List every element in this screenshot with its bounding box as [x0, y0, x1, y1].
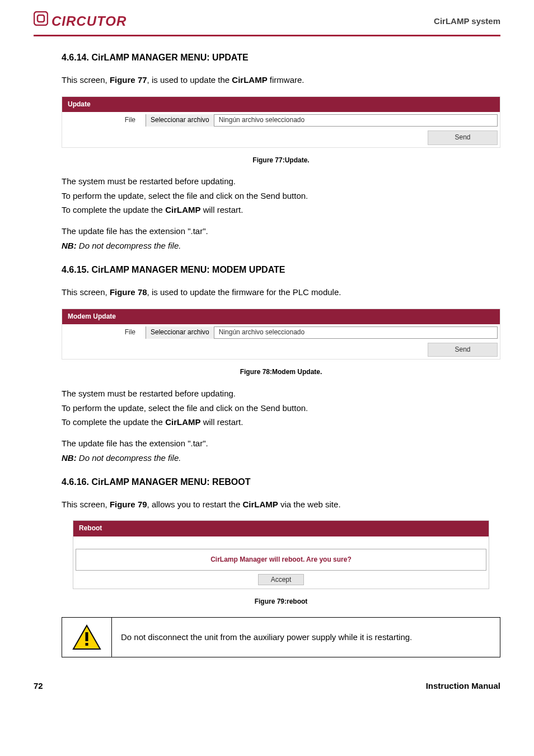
svg-rect-1	[38, 15, 44, 22]
body-text: The system must be restarted before upda…	[62, 175, 500, 188]
warning-box: Do not disconnect the unit from the auxi…	[62, 617, 500, 657]
panel-header-modem: Modem Update	[62, 309, 500, 324]
body-text: The update file has the extension ".tar"…	[62, 437, 500, 450]
nb-note: NB: Do not decompress the file.	[62, 240, 500, 252]
file-label: File	[64, 328, 146, 337]
page-content: 4.6.14. CirLAMP MANAGER MENU: UPDATE Thi…	[34, 51, 500, 657]
reboot-body: CirLamp Manager will reboot. Are you sur…	[73, 536, 489, 589]
choose-file-button[interactable]: Seleccionar archivo	[146, 114, 214, 126]
file-row: File Seleccionar archivo Ningún archivo …	[62, 324, 500, 341]
body-text: To complete the update the CirLAMP will …	[62, 204, 500, 216]
page-footer: 72 Instruction Manual	[34, 680, 500, 692]
figure-caption-78: Figure 78:Modem Update.	[62, 367, 500, 377]
file-picker[interactable]: Seleccionar archivo Ningún archivo selec…	[146, 326, 498, 339]
figure-caption-77: Figure 77:Update.	[62, 156, 500, 165]
page-header: CIRCUTOR CirLAMP system	[34, 11, 500, 36]
warning-icon	[62, 618, 112, 657]
file-status-text: Ningún archivo seleccionado	[214, 326, 309, 338]
body-text: The update file has the extension ".tar"…	[62, 225, 500, 237]
body-text: To complete the update the CirLAMP will …	[62, 416, 500, 428]
figure-caption-79: Figure 79:reboot	[62, 597, 500, 606]
reboot-panel: Reboot CirLamp Manager will reboot. Are …	[73, 520, 489, 589]
nb-note: NB: Do not decompress the file.	[62, 452, 500, 464]
file-picker[interactable]: Seleccionar archivo Ningún archivo selec…	[146, 114, 498, 127]
section-title-modem-update: 4.6.15. CirLAMP MANAGER MENU: MODEM UPDA…	[62, 263, 500, 276]
svg-rect-0	[34, 12, 48, 25]
system-name: CirLAMP system	[434, 15, 500, 27]
send-row: Send	[62, 341, 500, 359]
intro-text: This screen, Figure 77, is used to updat…	[62, 74, 500, 86]
file-status-text: Ningún archivo seleccionado	[214, 114, 309, 126]
send-button[interactable]: Send	[428, 130, 498, 144]
panel-header-reboot: Reboot	[73, 521, 489, 536]
brand-text: CIRCUTOR	[51, 12, 127, 31]
section-title-reboot: 4.6.16. CirLAMP MANAGER MENU: REBOOT	[62, 475, 500, 488]
brand-icon	[34, 11, 48, 31]
brand-logo: CIRCUTOR	[34, 11, 127, 31]
send-button[interactable]: Send	[428, 343, 498, 357]
send-row: Send	[62, 129, 500, 147]
panel-header-update: Update	[62, 97, 500, 112]
accept-button[interactable]: Accept	[258, 574, 305, 585]
body-text: The system must be restarted before upda…	[62, 388, 500, 400]
section-title-update: 4.6.14. CirLAMP MANAGER MENU: UPDATE	[62, 51, 500, 64]
update-panel: Update File Seleccionar archivo Ningún a…	[62, 96, 500, 148]
intro-text: This screen, Figure 79, allows you to re…	[62, 498, 500, 511]
modem-update-panel: Modem Update File Seleccionar archivo Ni…	[62, 309, 500, 360]
reboot-confirm-text: CirLamp Manager will reboot. Are you sur…	[76, 549, 486, 571]
body-text: To perform the update, select the file a…	[62, 190, 500, 202]
svg-rect-4	[86, 643, 88, 646]
page-number: 72	[34, 680, 43, 692]
body-text: To perform the update, select the file a…	[62, 402, 500, 414]
file-label: File	[64, 115, 146, 125]
choose-file-button[interactable]: Seleccionar archivo	[146, 326, 214, 338]
accept-row: Accept	[73, 571, 489, 589]
file-row: File Seleccionar archivo Ningún archivo …	[62, 112, 500, 129]
svg-rect-3	[86, 632, 88, 641]
warning-text: Do not disconnect the unit from the auxi…	[112, 624, 421, 650]
intro-text: This screen, Figure 78, is used to updat…	[62, 286, 500, 298]
manual-label: Instruction Manual	[426, 680, 500, 692]
